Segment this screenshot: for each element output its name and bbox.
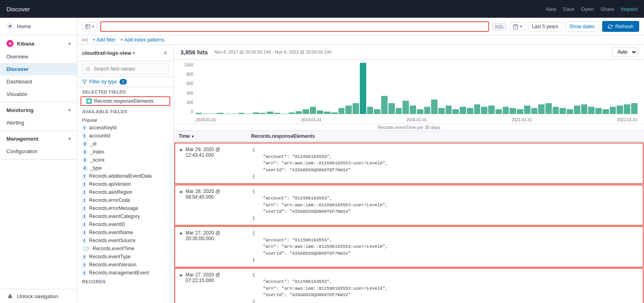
- field-item-accountId[interactable]: t accountId: [77, 132, 173, 140]
- home-icon: [6, 23, 14, 30]
- field-item-Records-awsRegion[interactable]: tRecords.awsRegion: [77, 188, 173, 196]
- index-name-label: cloudtrail-logs-view: [82, 50, 131, 56]
- left-sidebar: Home Kibana ▾ Overview Discover Dashbo: [0, 18, 77, 303]
- sidebar-item-visualize[interactable]: Visualize: [0, 88, 77, 100]
- kibana-group-header[interactable]: Kibana ▾: [0, 37, 77, 50]
- show-dates-button[interactable]: Show dates: [565, 21, 599, 32]
- field-type-badge: t: [82, 198, 87, 203]
- open-action[interactable]: Open: [581, 6, 594, 12]
- field-item-Records-errorMessage[interactable]: tRecords.errorMessage: [77, 204, 173, 212]
- field-type-badge: t: [82, 174, 87, 179]
- chart-bar: [417, 109, 423, 114]
- field-item-_id[interactable]: #_id: [77, 140, 173, 148]
- app-title: Discover: [6, 6, 30, 12]
- expand-row-btn[interactable]: ▶: [180, 231, 183, 235]
- monitoring-group-label: Monitoring: [6, 107, 33, 113]
- interval-select[interactable]: Auto: [612, 47, 638, 57]
- time-value: Mar 29, 2020 @ 12:43:41.000: [186, 147, 243, 158]
- svg-rect-1: [8, 296, 12, 299]
- sidebar-item-dashboard[interactable]: Dashboard: [0, 75, 77, 88]
- field-search-input[interactable]: [82, 64, 169, 74]
- chart-y-axis: 1000 800 600 400 200 0: [180, 63, 193, 114]
- field-name: Records.eventVersion: [89, 262, 136, 268]
- field-item-Records-apiVersion[interactable]: tRecords.apiVersion: [77, 180, 173, 188]
- chart-bar: [203, 114, 209, 114]
- field-item-Records-eventType[interactable]: tRecords.eventType: [77, 253, 173, 261]
- sidebar-item-overview[interactable]: Overview: [0, 50, 77, 63]
- other-fields-list: #_id#_index#_score#_typetRecords.additio…: [77, 140, 173, 277]
- add-filter-btn[interactable]: + Add filter: [93, 37, 116, 43]
- field-item-Records-eventID[interactable]: tRecords.eventID: [77, 220, 173, 228]
- chart-bar: [503, 107, 509, 114]
- refresh-button[interactable]: Refresh: [602, 21, 639, 32]
- inspect-action[interactable]: Inspect: [621, 6, 638, 12]
- chart-bar: [253, 112, 259, 114]
- expand-row-btn[interactable]: ▶: [180, 189, 183, 194]
- sidebar-item-configuration[interactable]: Configuration: [0, 145, 77, 158]
- filter-options-icon[interactable]: [82, 37, 88, 43]
- field-item-_type[interactable]: #_type: [77, 164, 173, 172]
- field-sidebar-header: cloudtrail-logs-view ▾ ≡: [77, 45, 173, 61]
- top-nav: Discover New Save Open Share Inspect: [0, 0, 644, 18]
- chart-bar: [424, 107, 431, 114]
- sort-icon: ▾: [192, 134, 194, 139]
- chart-bar: [410, 106, 416, 114]
- field-name: Records.eventCategory: [89, 214, 140, 219]
- chart-bar: [267, 112, 273, 114]
- expand-row-btn[interactable]: ▶: [180, 273, 183, 277]
- filter-by-type-btn[interactable]: Filter by type 0: [77, 77, 173, 87]
- nav-actions: New Save Open Share Inspect: [546, 6, 638, 12]
- sidebar-item-discover[interactable]: Discover: [0, 63, 77, 75]
- field-item-Records-additionalEventData[interactable]: tRecords.additionalEventData: [77, 172, 173, 180]
- index-selector-btn[interactable]: ▾: [82, 22, 97, 31]
- field-name: Records.errorMessage: [89, 205, 138, 211]
- field-item-Records-eventVersion[interactable]: tRecords.eventVersion: [77, 261, 173, 269]
- field-item-_score[interactable]: #_score: [77, 156, 173, 164]
- chart-bar: [481, 107, 487, 114]
- share-action[interactable]: Share: [600, 6, 614, 12]
- monitoring-group-header[interactable]: Monitoring ▾: [0, 104, 77, 116]
- field-item-accessKeyId[interactable]: t accessKeyId: [77, 124, 173, 132]
- chart-bar: [317, 110, 323, 114]
- index-name[interactable]: cloudtrail-logs-view ▾: [82, 50, 135, 56]
- save-action[interactable]: Save: [563, 6, 575, 12]
- field-item-Records-eventCategory[interactable]: tRecords.eventCategory: [77, 212, 173, 220]
- chart-bar: [488, 106, 495, 114]
- unlock-nav-label: Unlock navigation: [17, 293, 58, 299]
- time-range-picker[interactable]: Last 5 years: [528, 22, 561, 31]
- field-type-badge: t: [82, 230, 87, 235]
- chart-bar: [617, 106, 623, 114]
- chart-bars-area: [196, 63, 638, 114]
- field-name: Records.eventTime: [93, 246, 134, 251]
- collapse-sidebar-icon[interactable]: ≡: [162, 48, 169, 58]
- chart-bar: [524, 106, 530, 114]
- field-item-Records-eventName[interactable]: tRecords.eventName: [77, 228, 173, 237]
- chart-bar: [217, 113, 223, 114]
- chart-bar: [474, 104, 481, 114]
- refresh-icon: [608, 24, 613, 29]
- selected-field-item[interactable]: Records.responseElements: [80, 96, 170, 106]
- query-input[interactable]: Records.responseElements: { account: "81…: [104, 24, 485, 29]
- management-group-header[interactable]: Management ▾: [0, 133, 77, 145]
- chart-bar: [210, 114, 216, 114]
- kibana-group-label: Kibana: [17, 41, 34, 47]
- chart-bar: [538, 104, 545, 114]
- field-item-_index[interactable]: #_index: [77, 148, 173, 156]
- field-item-Records-eventTime[interactable]: 🕐Records.eventTime: [77, 245, 173, 253]
- kql-badge[interactable]: KQL: [492, 23, 507, 30]
- sidebar-item-alerting[interactable]: Alerting: [0, 116, 77, 129]
- sidebar-item-unlock[interactable]: Unlock navigation: [0, 289, 77, 303]
- chart-x-labels: 2018-01-01 2019-01-01 2020-01-01 2021-01…: [196, 118, 638, 122]
- query-bar: ▾ Records.responseElements: { account: "…: [77, 18, 644, 35]
- field-item-Records-errorCode[interactable]: tRecords.errorCode: [77, 196, 173, 204]
- chart-bar: [396, 108, 402, 114]
- expand-row-btn[interactable]: ▶: [180, 147, 183, 152]
- row-content-0: { "account": "811596193553", "arn": "arn…: [248, 143, 643, 183]
- calendar-icon-btn[interactable]: ▾: [510, 22, 525, 31]
- field-item-Records-managementEvent[interactable]: tRecords.managementEvent: [77, 269, 173, 277]
- sidebar-item-home[interactable]: Home: [0, 19, 77, 33]
- add-index-patterns-btn[interactable]: + Add index patterns: [120, 37, 165, 43]
- new-action[interactable]: New: [546, 6, 556, 12]
- chart-bar: [510, 108, 516, 114]
- field-item-Records-eventSource[interactable]: tRecords.eventSource: [77, 237, 173, 245]
